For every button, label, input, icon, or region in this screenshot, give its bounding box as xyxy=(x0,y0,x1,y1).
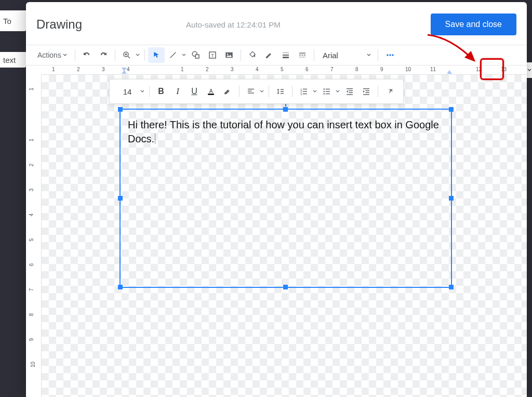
text-color-icon: A xyxy=(206,86,216,97)
separator xyxy=(378,49,378,61)
svg-point-18 xyxy=(389,54,391,56)
bulleted-list-icon xyxy=(322,87,331,96)
svg-text:A: A xyxy=(209,88,213,94)
canvas[interactable]: Hi there! This is the tutorial of how yo… xyxy=(42,75,527,397)
image-icon xyxy=(224,50,234,60)
actions-label: Actions xyxy=(37,51,61,59)
redo-button[interactable] xyxy=(95,47,112,63)
text-caret xyxy=(155,134,155,144)
border-weight-icon xyxy=(281,50,290,60)
border-dash-icon xyxy=(298,50,307,60)
font-size-value: 14 xyxy=(123,87,132,96)
italic-button[interactable]: I xyxy=(169,84,186,99)
highlight-icon xyxy=(223,87,232,96)
line-spacing-icon xyxy=(276,87,285,96)
svg-point-19 xyxy=(392,54,393,56)
resize-handle-tr[interactable] xyxy=(449,107,454,112)
resize-handle-tl[interactable] xyxy=(118,107,123,112)
italic-icon: I xyxy=(176,86,179,97)
zoom-dropdown[interactable] xyxy=(134,53,141,57)
separator xyxy=(269,86,269,97)
text-format-toolbar: 14 B I U A 123 T xyxy=(109,79,404,104)
dialog-header: Drawing Auto-saved at 12:24:01 PM Save a… xyxy=(26,2,527,45)
actions-menu[interactable]: Actions xyxy=(33,47,72,63)
shape-icon xyxy=(191,50,201,60)
svg-point-10 xyxy=(227,54,228,55)
background-tab: text xyxy=(0,52,26,68)
bold-button[interactable]: B xyxy=(153,84,169,99)
dialog-title: Drawing xyxy=(36,17,82,32)
border-dash-button[interactable] xyxy=(294,47,311,63)
cursor-icon xyxy=(152,51,161,59)
svg-rect-6 xyxy=(195,55,199,58)
separator xyxy=(314,49,314,61)
font-size-dropdown[interactable] xyxy=(139,89,146,94)
zoom-button[interactable] xyxy=(118,47,135,63)
decrease-indent-button[interactable] xyxy=(341,84,358,99)
horizontal-ruler: 1 2 3 4 1 2 3 4 5 6 7 8 9 10 11 12 13 xyxy=(42,65,527,75)
fill-color-button[interactable] xyxy=(244,47,261,63)
font-size-select[interactable]: 14 xyxy=(115,87,140,96)
indent-marker-left[interactable] xyxy=(122,70,127,74)
line-spacing-button[interactable] xyxy=(272,84,289,99)
increase-indent-button[interactable] xyxy=(358,84,375,99)
align-left-icon xyxy=(246,87,256,96)
svg-rect-22 xyxy=(224,94,231,95)
textbox-selection[interactable]: Hi there! This is the tutorial of how yo… xyxy=(119,109,452,288)
bulleted-list-button[interactable] xyxy=(318,84,335,99)
autosave-status: Auto-saved at 12:24:01 PM xyxy=(82,20,431,29)
vertical-ruler: 1 1 2 3 4 5 6 7 8 9 10 xyxy=(26,75,42,397)
image-tool[interactable] xyxy=(221,47,237,63)
text-color-button[interactable]: A xyxy=(203,84,219,99)
line-tool[interactable] xyxy=(165,47,181,63)
select-tool[interactable] xyxy=(148,47,165,63)
highlight-color-button[interactable] xyxy=(219,84,236,99)
indent-marker-right[interactable] xyxy=(447,70,452,74)
textbox-text: Hi there! This is the tutorial of how yo… xyxy=(128,119,439,144)
drawing-canvas-area: 1 2 3 4 1 2 3 4 5 6 7 8 9 10 11 12 13 1 … xyxy=(26,65,527,397)
underline-button[interactable]: U xyxy=(186,84,203,99)
font-family-select[interactable]: Arial xyxy=(317,51,375,60)
textbox-icon: T xyxy=(208,50,217,60)
numbered-list-icon: 123 xyxy=(299,87,309,96)
save-and-close-button[interactable]: Save and close xyxy=(431,14,516,35)
align-button[interactable] xyxy=(243,84,259,99)
resize-handle-rm[interactable] xyxy=(449,196,454,201)
numbered-list-button[interactable]: 123 xyxy=(296,84,312,99)
background-menu-item: To xyxy=(0,10,26,31)
resize-handle-lm[interactable] xyxy=(118,196,123,201)
resize-handle-bm[interactable] xyxy=(283,285,288,289)
textbox-content[interactable]: Hi there! This is the tutorial of how yo… xyxy=(121,110,451,154)
border-weight-button[interactable] xyxy=(277,47,294,63)
align-dropdown[interactable] xyxy=(258,89,265,94)
textbox-tool[interactable]: T xyxy=(204,47,221,63)
svg-line-4 xyxy=(170,52,176,58)
clear-formatting-button[interactable]: T xyxy=(381,84,398,99)
separator xyxy=(149,86,150,97)
resize-handle-tm[interactable] xyxy=(283,107,288,112)
svg-text:3: 3 xyxy=(300,92,302,96)
separator xyxy=(115,49,115,61)
more-button[interactable] xyxy=(381,47,399,63)
increase-indent-icon xyxy=(362,87,371,96)
undo-button[interactable] xyxy=(78,47,95,63)
resize-handle-bl[interactable] xyxy=(118,285,123,289)
decrease-indent-icon xyxy=(345,87,354,96)
bulleted-list-dropdown[interactable] xyxy=(334,89,341,94)
svg-point-36 xyxy=(323,91,325,92)
zoom-icon xyxy=(122,50,131,60)
separator xyxy=(241,49,241,61)
shape-tool[interactable] xyxy=(188,47,204,63)
font-family-label: Arial xyxy=(323,51,338,60)
resize-handle-br[interactable] xyxy=(449,285,454,289)
numbered-list-dropdown[interactable] xyxy=(311,89,318,94)
separator xyxy=(144,49,145,61)
drawing-dialog: Drawing Auto-saved at 12:24:01 PM Save a… xyxy=(26,2,527,397)
border-color-button[interactable] xyxy=(261,47,277,63)
main-toolbar: Actions T xyxy=(26,45,527,65)
separator xyxy=(292,86,292,97)
line-dropdown[interactable] xyxy=(180,53,188,57)
more-icon xyxy=(385,50,395,60)
background-collapse-icon xyxy=(527,62,532,78)
separator xyxy=(75,49,75,61)
